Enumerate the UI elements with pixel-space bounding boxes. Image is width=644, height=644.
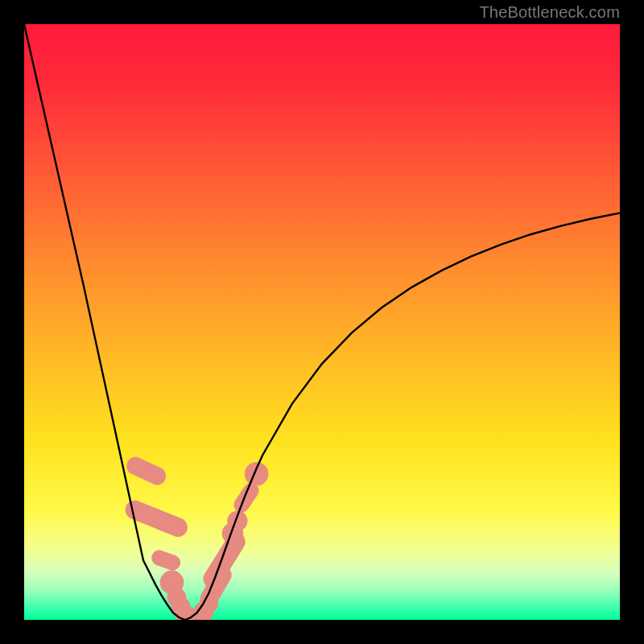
- marker-circle: [245, 462, 269, 486]
- marker-layer: [122, 454, 268, 620]
- marker-pill: [122, 497, 190, 539]
- marker-pill: [124, 454, 169, 488]
- chart-svg: [24, 24, 620, 620]
- bottleneck-curve: [24, 24, 620, 620]
- marker-pill: [149, 548, 182, 573]
- plot-area: [24, 24, 620, 620]
- outer-frame: TheBottleneck.com: [0, 0, 644, 644]
- watermark-text: TheBottleneck.com: [479, 3, 620, 22]
